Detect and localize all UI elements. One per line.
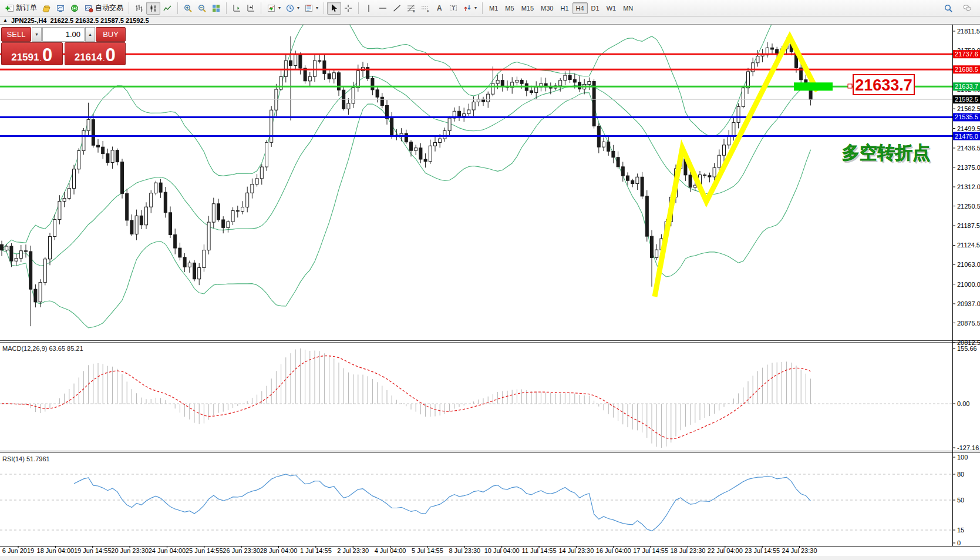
- tile-windows-button[interactable]: [209, 2, 223, 15]
- time-label: 28 Jun 04:00: [260, 547, 298, 554]
- timeframe-m5-button[interactable]: M5: [501, 2, 517, 14]
- sell-price-box[interactable]: 21591 . 0: [1, 42, 63, 65]
- clock-icon: [285, 4, 295, 13]
- timeframe-h1-button[interactable]: H1: [557, 2, 572, 14]
- candle: [641, 177, 644, 196]
- candle: [193, 263, 196, 279]
- candle: [260, 167, 263, 179]
- bar-chart-button[interactable]: [132, 2, 146, 15]
- sell-button[interactable]: SELL: [1, 27, 31, 42]
- candle: [410, 142, 413, 150]
- channel-button[interactable]: F: [418, 2, 432, 15]
- templates-button[interactable]: ▾: [302, 2, 321, 15]
- candle: [126, 193, 129, 220]
- candle: [236, 210, 239, 211]
- buy-price-pips: 0: [106, 47, 116, 63]
- svg-text:21633.7: 21633.7: [955, 83, 978, 90]
- svg-text:A: A: [437, 4, 442, 12]
- candle: [347, 103, 350, 109]
- candle: [693, 185, 696, 187]
- candle: [145, 207, 148, 225]
- svg-text:20937.0: 20937.0: [957, 300, 980, 307]
- candle: [25, 251, 28, 252]
- candle: [222, 220, 225, 227]
- search-button[interactable]: [941, 2, 955, 15]
- svg-text:F: F: [427, 9, 429, 13]
- candle: [29, 252, 32, 289]
- candle: [308, 76, 311, 81]
- candle: [352, 88, 355, 103]
- candle: [246, 193, 249, 207]
- candle: [39, 283, 42, 302]
- note-annotation[interactable]: 多空转折点: [842, 143, 930, 162]
- svg-text:21475.0: 21475.0: [955, 133, 978, 140]
- auto-scroll-button[interactable]: [230, 2, 244, 15]
- buy-price-box[interactable]: 21614 . 0: [65, 42, 126, 65]
- volume-input[interactable]: 1.00: [42, 27, 85, 42]
- candle: [607, 142, 610, 151]
- candle: [92, 119, 95, 145]
- fibonacci-icon: E: [406, 4, 416, 13]
- price-callout-text: 21633.7: [855, 76, 912, 94]
- candle: [496, 81, 499, 83]
- trendline-button[interactable]: [390, 2, 404, 15]
- svg-text:21811.5: 21811.5: [957, 28, 980, 35]
- toolbar-separator: [324, 2, 324, 14]
- timeframe-m30-button[interactable]: M30: [537, 2, 557, 14]
- candle: [602, 142, 605, 147]
- timeframe-m15-button[interactable]: M15: [518, 2, 537, 14]
- svg-text:20875.5: 20875.5: [957, 320, 980, 327]
- svg-text:0.00: 0.00: [957, 400, 969, 407]
- text-button[interactable]: A: [432, 2, 446, 15]
- svg-text:50: 50: [957, 497, 964, 504]
- zoom-in-button[interactable]: [181, 2, 195, 15]
- timeframe-d1-button[interactable]: D1: [588, 2, 603, 14]
- green-highlight[interactable]: [794, 82, 833, 90]
- timeframe-h4-button[interactable]: H4: [572, 2, 588, 14]
- time-label: 25 Jun 14:55: [186, 547, 223, 554]
- new-order-button[interactable]: 新订单: [2, 2, 39, 15]
- periods-button[interactable]: ▾: [283, 2, 302, 15]
- channel-icon: F: [420, 4, 430, 13]
- line-chart-button[interactable]: [160, 2, 174, 15]
- zoom-out-button[interactable]: [195, 2, 209, 15]
- chat-button[interactable]: [960, 2, 974, 15]
- timeframe-w1-button[interactable]: W1: [603, 2, 620, 14]
- autotrading-button[interactable]: 自动交易: [82, 2, 126, 15]
- svg-text:21592.5: 21592.5: [955, 96, 978, 103]
- cursor-button[interactable]: [327, 2, 341, 15]
- chart-shift-button[interactable]: [244, 2, 258, 15]
- chart-symbol-title: JPN225-,H4: [11, 17, 47, 24]
- crosshair-button[interactable]: [341, 2, 355, 15]
- svg-text:21000.0: 21000.0: [957, 281, 980, 288]
- candle: [443, 130, 446, 139]
- time-label: 22 Jul 04:00: [708, 547, 743, 554]
- volume-increase-button[interactable]: ▲: [85, 27, 95, 42]
- chart-area[interactable]: 21633.7多空转折点多空转折点MACD(12,26,9) 63.65 85.…: [0, 0, 980, 560]
- buy-button[interactable]: BUY: [96, 27, 126, 42]
- candle: [15, 259, 18, 261]
- candle: [472, 102, 475, 110]
- time-label: 18 Jul 23:30: [671, 547, 706, 554]
- candle: [631, 180, 634, 183]
- candle: [535, 87, 538, 92]
- fibonacci-button[interactable]: E: [404, 2, 418, 15]
- timeframe-mn-button[interactable]: MN: [619, 2, 637, 14]
- profiles-button[interactable]: [39, 2, 53, 15]
- candle: [718, 155, 720, 167]
- timeframe-m1-button[interactable]: M1: [486, 2, 501, 14]
- arrows-button[interactable]: ▾: [460, 2, 479, 15]
- indicators-button[interactable]: ▾: [264, 2, 283, 15]
- svg-text:21312.0: 21312.0: [957, 183, 980, 190]
- text-label-button[interactable]: T: [446, 2, 460, 15]
- volume-decrease-button[interactable]: ▼: [32, 27, 42, 42]
- horizontal-line-button[interactable]: [376, 2, 390, 15]
- candle-chart-button[interactable]: [146, 2, 160, 15]
- main-toolbar: 新订单自动交易▾▾▾EFAT▾M1M5M15M30H1H4D1W1MN: [0, 0, 980, 16]
- signals-button[interactable]: [68, 2, 82, 15]
- market-watch-button[interactable]: [53, 2, 68, 15]
- vertical-line-button[interactable]: [362, 2, 376, 15]
- indicators-icon: [267, 4, 276, 13]
- candle: [559, 81, 562, 86]
- candle: [689, 175, 692, 187]
